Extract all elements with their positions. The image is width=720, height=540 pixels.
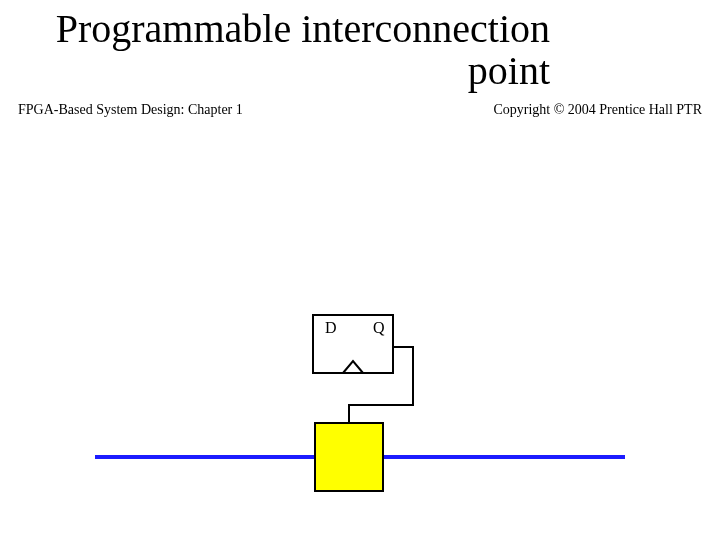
title-line-1: Programmable interconnection xyxy=(56,6,550,51)
slide-title: Programmable interconnection point xyxy=(0,8,720,92)
pass-transistor xyxy=(315,423,383,491)
interconnect-diagram: D Q xyxy=(95,307,625,507)
q-label: Q xyxy=(373,319,385,336)
d-label: D xyxy=(325,319,337,336)
footer-left: FPGA-Based System Design: Chapter 1 xyxy=(18,102,243,118)
footer-right: Copyright © 2004 Prentice Hall PTR xyxy=(493,102,702,118)
decor-band: D Q FPGA-Based System Design: Chapter 1 … xyxy=(0,102,720,136)
title-line-2: point xyxy=(468,48,550,93)
